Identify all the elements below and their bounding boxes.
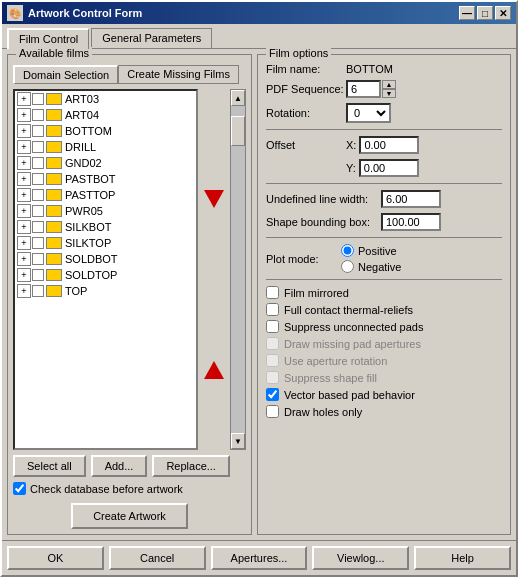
- film-checkbox[interactable]: [32, 269, 44, 281]
- tree-expand-icon[interactable]: +: [17, 220, 31, 234]
- minimize-button[interactable]: —: [459, 6, 475, 20]
- tree-expand-icon[interactable]: +: [17, 108, 31, 122]
- tree-expand-icon[interactable]: +: [17, 268, 31, 282]
- select-all-button[interactable]: Select all: [13, 455, 86, 477]
- options-checkboxes: Film mirroredFull contact thermal-relief…: [266, 286, 502, 418]
- film-list-item[interactable]: + SOLDTOP: [15, 267, 196, 283]
- close-button[interactable]: ✕: [495, 6, 511, 20]
- tree-expand-icon[interactable]: +: [17, 236, 31, 250]
- film-name: GND02: [65, 157, 102, 169]
- check-database-checkbox[interactable]: [13, 482, 26, 495]
- use-aperture-checkbox: [266, 354, 279, 367]
- rotation-spinner[interactable]: 0 90 180 270: [346, 103, 391, 123]
- full-contact-checkbox[interactable]: [266, 303, 279, 316]
- cancel-button[interactable]: Cancel: [109, 546, 206, 570]
- folder-icon: [46, 205, 62, 217]
- film-mirrored-checkbox[interactable]: [266, 286, 279, 299]
- negative-radio[interactable]: [341, 260, 354, 273]
- scroll-thumb[interactable]: [231, 116, 245, 146]
- film-list-scrollbar[interactable]: ▲ ▼: [230, 89, 246, 450]
- tree-expand-icon[interactable]: +: [17, 252, 31, 266]
- plot-mode-label: Plot mode:: [266, 253, 336, 265]
- offset-y-input[interactable]: [359, 159, 419, 177]
- pdf-sequence-spinner[interactable]: ▲ ▼: [346, 80, 396, 98]
- tree-expand-icon[interactable]: +: [17, 188, 31, 202]
- tab-general-parameters[interactable]: General Parameters: [91, 28, 212, 48]
- film-checkbox[interactable]: [32, 189, 44, 201]
- film-checkbox[interactable]: [32, 141, 44, 153]
- film-checkbox[interactable]: [32, 109, 44, 121]
- tree-expand-icon[interactable]: +: [17, 156, 31, 170]
- positive-radio[interactable]: [341, 244, 354, 257]
- film-name-row: Film name: BOTTOM: [266, 63, 502, 75]
- film-checkbox[interactable]: [32, 253, 44, 265]
- film-list-item[interactable]: + ART04: [15, 107, 196, 123]
- film-list-item[interactable]: + PWR05: [15, 203, 196, 219]
- plot-mode-radios: Positive Negative: [341, 244, 401, 273]
- film-list-item[interactable]: + ART03: [15, 91, 196, 107]
- tree-expand-icon[interactable]: +: [17, 284, 31, 298]
- film-checkbox[interactable]: [32, 157, 44, 169]
- film-checkbox[interactable]: [32, 125, 44, 137]
- add-button[interactable]: Add...: [91, 455, 148, 477]
- help-button[interactable]: Help: [414, 546, 511, 570]
- film-list-item[interactable]: + SILKTOP: [15, 235, 196, 251]
- tree-expand-icon[interactable]: +: [17, 204, 31, 218]
- suppress-unconnected-checkbox[interactable]: [266, 320, 279, 333]
- undefined-line-input[interactable]: [381, 190, 441, 208]
- film-list-item[interactable]: + SOLDBOT: [15, 251, 196, 267]
- film-list-item[interactable]: + SILKBOT: [15, 219, 196, 235]
- film-list-item[interactable]: + PASTBOT: [15, 171, 196, 187]
- pdf-decrement-button[interactable]: ▼: [382, 89, 396, 98]
- suppress-shape-checkbox: [266, 371, 279, 384]
- create-artwork-button[interactable]: Create Artwork: [71, 503, 188, 529]
- shape-bounding-input[interactable]: [381, 213, 441, 231]
- full-contact-label: Full contact thermal-reliefs: [284, 304, 413, 316]
- tree-expand-icon[interactable]: +: [17, 124, 31, 138]
- maximize-button[interactable]: □: [477, 6, 493, 20]
- tree-expand-icon[interactable]: +: [17, 172, 31, 186]
- sub-tab-domain-selection[interactable]: Domain Selection: [13, 65, 118, 84]
- folder-icon: [46, 109, 62, 121]
- folder-icon: [46, 237, 62, 249]
- apertures-button[interactable]: Apertures...: [211, 546, 308, 570]
- folder-icon: [46, 253, 62, 265]
- film-checkbox[interactable]: [32, 205, 44, 217]
- film-checkbox[interactable]: [32, 173, 44, 185]
- tab-film-control[interactable]: Film Control: [7, 28, 89, 49]
- offset-x-input[interactable]: [359, 136, 419, 154]
- window-controls: — □ ✕: [459, 6, 511, 20]
- plot-mode-row: Plot mode: Positive Negative: [266, 244, 502, 273]
- separator-4: [266, 279, 502, 280]
- tree-expand-icon[interactable]: +: [17, 92, 31, 106]
- bottom-buttons: Select all Add... Replace...: [13, 455, 246, 477]
- offset-y-label: Y:: [346, 162, 356, 174]
- film-list-item[interactable]: + PASTTOP: [15, 187, 196, 203]
- rotation-label: Rotation:: [266, 107, 346, 119]
- film-checkbox[interactable]: [32, 237, 44, 249]
- film-list-item[interactable]: + TOP: [15, 283, 196, 299]
- sub-tab-create-missing[interactable]: Create Missing Films: [118, 65, 239, 84]
- folder-icon: [46, 221, 62, 233]
- film-list[interactable]: + ART03 + ART04 + BOTTOM + DRILL + GND02…: [13, 89, 198, 450]
- scroll-up-button[interactable]: ▲: [231, 90, 245, 106]
- arrow-up-icon: [204, 361, 224, 379]
- film-name-label: Film name:: [266, 63, 346, 75]
- film-list-item[interactable]: + GND02: [15, 155, 196, 171]
- film-checkbox[interactable]: [32, 285, 44, 297]
- replace-button[interactable]: Replace...: [152, 455, 230, 477]
- viewlog-button[interactable]: Viewlog...: [312, 546, 409, 570]
- rotation-select[interactable]: 0 90 180 270: [346, 103, 391, 123]
- film-list-item[interactable]: + BOTTOM: [15, 123, 196, 139]
- tree-expand-icon[interactable]: +: [17, 140, 31, 154]
- pdf-sequence-input[interactable]: [346, 80, 381, 98]
- ok-button[interactable]: OK: [7, 546, 104, 570]
- pdf-increment-button[interactable]: ▲: [382, 80, 396, 89]
- film-checkbox[interactable]: [32, 221, 44, 233]
- scroll-down-button[interactable]: ▼: [231, 433, 245, 449]
- film-list-container: + ART03 + ART04 + BOTTOM + DRILL + GND02…: [13, 89, 246, 450]
- draw-holes-checkbox[interactable]: [266, 405, 279, 418]
- film-checkbox[interactable]: [32, 93, 44, 105]
- vector-based-checkbox[interactable]: [266, 388, 279, 401]
- film-list-item[interactable]: + DRILL: [15, 139, 196, 155]
